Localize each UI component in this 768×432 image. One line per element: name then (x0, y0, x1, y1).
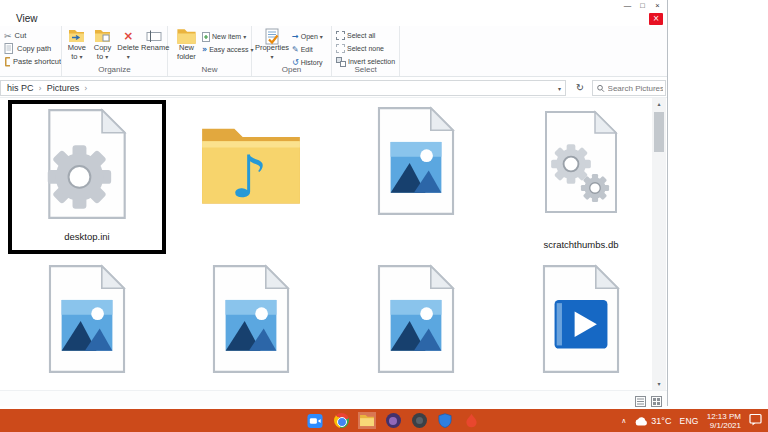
file-tile-image-4[interactable] (341, 258, 491, 406)
open-icon: → (292, 32, 299, 41)
ribbon-close-button[interactable]: × (649, 13, 663, 25)
file-grid: desktop.ini ♪ scratchthumbs.db (0, 98, 652, 390)
close-button[interactable]: × (650, 1, 665, 11)
file-tile-desktop-ini[interactable]: desktop.ini (8, 100, 166, 254)
file-tile-image-1[interactable] (341, 104, 491, 252)
ribbon-group-clipboard: ✂ Cut Copy path Paste shortcut (0, 26, 62, 76)
refresh-button[interactable]: ↻ (572, 80, 588, 96)
select-none-button[interactable]: Select none (336, 42, 398, 55)
ribbon-tab-row: View × (0, 12, 667, 26)
properties-button[interactable]: Properties ▾ (254, 28, 290, 61)
chrome-icon (334, 413, 349, 428)
properties-label: Properties (255, 43, 289, 52)
notification-icon (749, 413, 762, 426)
gears-file-icon (540, 110, 622, 214)
address-bar[interactable]: his PC › Pictures › ▾ (0, 80, 566, 96)
new-item-icon (202, 32, 210, 42)
dropdown-icon: ▾ (127, 53, 130, 60)
ribbon: ✂ Cut Copy path Paste shortcut (0, 26, 667, 77)
copy-to-label: Copy to (94, 43, 112, 61)
tab-view[interactable]: View (16, 13, 38, 24)
folder-icon (359, 414, 375, 427)
file-tile-image-3[interactable] (176, 258, 326, 406)
language-indicator[interactable]: ENG (679, 416, 698, 426)
svg-text:♪: ♪ (230, 143, 267, 210)
edit-button[interactable]: ✎ Edit (292, 43, 332, 56)
file-label: desktop.ini (12, 231, 162, 242)
status-bar (0, 390, 667, 406)
delete-icon: × (115, 28, 141, 44)
weather-widget[interactable]: 31°C (634, 416, 671, 426)
taskbar-app-flame[interactable] (462, 412, 480, 429)
rename-button[interactable]: Rename (141, 28, 167, 61)
window-controls: — □ × (620, 1, 665, 11)
select-all-button[interactable]: Select all (336, 29, 398, 42)
open-label: Open (301, 33, 318, 40)
properties-icon (254, 28, 290, 44)
open-button[interactable]: → Open ▾ (292, 30, 332, 43)
new-folder-button[interactable]: New folder (170, 28, 203, 61)
breadcrumb-this-pc[interactable]: his PC (7, 83, 34, 93)
search-box[interactable] (592, 80, 666, 96)
dropdown-icon: ▾ (320, 33, 323, 40)
new-item-label: New item (212, 33, 241, 40)
cut-button[interactable]: ✂ Cut (4, 29, 61, 42)
ribbon-group-select: Select all Select none Invert selection … (332, 26, 400, 76)
group-label-organize: Organize (62, 65, 167, 74)
file-tile-scratchthumbs[interactable]: scratchthumbs.db (506, 104, 656, 252)
taskbar-app-chrome[interactable] (332, 412, 350, 429)
zoom-icon (307, 413, 323, 429)
taskbar: ∧ 31°C ENG 12:13 PM 9/1/2021 (0, 409, 768, 432)
select-all-icon (336, 31, 345, 40)
breadcrumb-pictures[interactable]: Pictures (47, 83, 80, 93)
dropdown-icon: ▾ (105, 53, 108, 60)
taskbar-clock[interactable]: 12:13 PM 9/1/2021 (707, 412, 741, 430)
dropdown-icon: ▾ (243, 33, 246, 40)
edit-icon: ✎ (292, 45, 299, 54)
copy-to-icon (90, 28, 116, 44)
easy-access-button[interactable]: » Easy access ▾ (202, 43, 252, 56)
file-label: scratchthumbs.db (506, 239, 656, 250)
dropdown-icon: ▾ (270, 53, 273, 60)
taskbar-app-explorer[interactable] (358, 412, 376, 429)
address-dropdown-icon[interactable]: ▾ (558, 85, 561, 92)
invert-selection-label: Invert selection (348, 58, 395, 65)
taskbar-app-dark[interactable] (410, 412, 428, 429)
ribbon-group-open: Properties ▾ → Open ▾ ✎ Edit ↺ H (252, 26, 332, 76)
taskbar-app-zoom[interactable] (306, 412, 324, 429)
titlebar: — □ × (0, 0, 667, 12)
scroll-up-button[interactable]: ▴ (652, 98, 666, 110)
paste-shortcut-button[interactable]: Paste shortcut (4, 55, 61, 68)
select-all-label: Select all (347, 32, 375, 39)
search-icon (597, 84, 605, 93)
move-to-button[interactable]: Move to ▾ (64, 28, 90, 61)
maximize-button[interactable]: □ (635, 1, 650, 11)
search-input[interactable] (608, 84, 663, 93)
group-label-new: New (168, 65, 251, 74)
taskbar-app-tor[interactable] (384, 412, 402, 429)
cloud-icon (634, 416, 648, 426)
action-center-button[interactable] (749, 412, 762, 430)
new-folder-icon (170, 28, 203, 44)
new-item-button[interactable]: New item ▾ (202, 30, 252, 43)
flame-icon (465, 413, 478, 428)
copy-path-button[interactable]: Copy path (4, 42, 61, 55)
tray-chevron-icon[interactable]: ∧ (621, 417, 626, 425)
new-folder-label: New folder (177, 43, 196, 61)
file-tile-video[interactable] (506, 258, 656, 406)
scroll-down-button[interactable]: ▾ (652, 378, 666, 390)
file-tile-music-folder[interactable]: ♪ (176, 104, 326, 252)
move-to-label: Move to (68, 43, 86, 61)
taskbar-app-defender[interactable] (436, 412, 454, 429)
image-file-icon (372, 264, 460, 374)
delete-button[interactable]: × Delete ▾ (115, 28, 141, 61)
minimize-button[interactable]: — (620, 1, 635, 11)
dark-app-icon (412, 413, 427, 428)
desktop: — □ × View × ✂ Cut Copy path (0, 0, 768, 432)
delete-label: Delete (117, 43, 139, 52)
scrollbar-thumb[interactable] (654, 112, 664, 152)
file-tile-image-2[interactable] (12, 258, 162, 406)
copy-to-button[interactable]: Copy to ▾ (90, 28, 116, 61)
date-label: 9/1/2021 (707, 421, 741, 430)
vertical-scrollbar[interactable]: ▴ ▾ (652, 98, 666, 390)
